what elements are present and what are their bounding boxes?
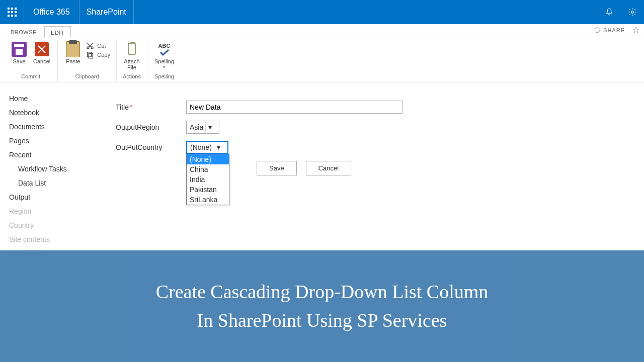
caption-line1: Create Cascading Drop-Down List Column (156, 278, 489, 306)
attach-label: Attach File (124, 58, 139, 70)
nav-item[interactable]: Home (9, 92, 97, 106)
country-selected: (None) (190, 143, 212, 151)
nav-item[interactable]: Output (9, 190, 97, 204)
notifications-icon[interactable] (598, 0, 621, 24)
svg-rect-1 (11, 8, 13, 10)
save-button[interactable]: Save (8, 40, 30, 65)
spelling-abc: ABC (158, 43, 171, 49)
dropdown-option[interactable]: India (187, 174, 229, 185)
attach-icon (124, 41, 140, 57)
tab-edit[interactable]: EDIT (44, 26, 71, 38)
nav-item[interactable]: Notebook (9, 106, 97, 120)
caption-line2: In SharePoint Using SP Services (197, 306, 447, 335)
caption-overlay: Create Cascading Drop-Down List Column I… (0, 250, 644, 362)
dropdown-option[interactable]: Pakistan (187, 185, 229, 195)
nav-item[interactable]: Workflow Tasks (9, 162, 97, 176)
ribbon: Save Cancel Commit Paste Cut (0, 38, 644, 82)
svg-rect-7 (11, 15, 13, 17)
sync-button[interactable]: SHARE (594, 27, 625, 34)
country-dropdown[interactable]: (None)ChinaIndiaPakistanSriLanka (186, 154, 229, 205)
country-label: OutPutCountry (116, 143, 186, 151)
cancel-icon (35, 42, 49, 56)
region-select[interactable]: Asia ▾ (186, 121, 219, 134)
chevron-down-icon: ▾ (205, 122, 214, 132)
nav-item[interactable]: Recent (9, 148, 97, 162)
paste-icon (66, 41, 80, 57)
ribbon-tabs: BROWSE EDIT SHARE (0, 24, 644, 38)
chevron-down-icon: ▾ (214, 142, 223, 152)
svg-rect-0 (8, 8, 10, 10)
attach-file-button[interactable]: Attach File (121, 40, 143, 71)
form-save-button[interactable]: Save (257, 161, 297, 175)
title-input[interactable] (186, 101, 403, 114)
nav-item[interactable]: Site contents (9, 232, 97, 246)
svg-rect-13 (89, 53, 93, 58)
paste-label: Paste (66, 58, 80, 64)
follow-star-icon[interactable] (632, 26, 640, 34)
brand-app[interactable]: SharePoint (79, 0, 134, 24)
form-cancel-button[interactable]: Cancel (306, 161, 351, 175)
group-commit-label: Commit (21, 73, 40, 80)
svg-rect-2 (15, 8, 17, 10)
spelling-button[interactable]: ABC Spelling ▾ (151, 40, 177, 70)
spelling-caret: ▾ (163, 64, 166, 69)
group-spelling-label: Spelling (154, 73, 174, 80)
nav-item[interactable]: Region (9, 204, 97, 218)
app-launcher-icon[interactable] (0, 0, 24, 24)
share-label: SHARE (603, 27, 625, 33)
group-actions-label: Actions (123, 73, 141, 80)
save-label: Save (13, 58, 25, 64)
svg-rect-14 (128, 43, 135, 54)
region-selected: Asia (190, 123, 203, 131)
svg-rect-12 (88, 52, 92, 57)
cancel-label: Cancel (33, 58, 50, 64)
country-select[interactable]: (None) ▾ (186, 141, 228, 154)
title-label: Title* (116, 103, 186, 111)
svg-rect-6 (8, 15, 10, 17)
cut-label: Cut (97, 43, 106, 49)
group-clipboard-label: Clipboard (75, 73, 99, 80)
svg-rect-5 (15, 11, 17, 13)
title-label-text: Title (116, 103, 129, 111)
svg-rect-3 (8, 11, 10, 13)
cut-icon (86, 42, 95, 50)
nav-item[interactable]: Country (9, 218, 97, 232)
svg-point-9 (631, 11, 634, 14)
cut-button[interactable]: Cut (84, 41, 112, 50)
nav-item[interactable]: Data List (9, 176, 97, 190)
svg-rect-8 (15, 15, 17, 17)
svg-rect-4 (11, 11, 13, 13)
tab-browse[interactable]: BROWSE (4, 26, 43, 38)
cancel-button[interactable]: Cancel (30, 40, 53, 65)
copy-label: Copy (97, 52, 110, 58)
copy-button[interactable]: Copy (84, 50, 112, 59)
spelling-label: Spelling (154, 58, 174, 64)
spelling-icon: ABC (156, 41, 173, 57)
nav-item[interactable]: Documents (9, 120, 97, 134)
dropdown-option[interactable]: SriLanka (187, 195, 229, 205)
settings-icon[interactable] (621, 0, 644, 24)
paste-button[interactable]: Paste (62, 40, 84, 65)
region-label: OutputRegion (116, 123, 186, 131)
copy-icon (86, 51, 95, 59)
save-icon (12, 42, 27, 57)
dropdown-option[interactable]: China (187, 164, 229, 174)
nav-item[interactable]: Pages (9, 134, 97, 148)
brand-office365[interactable]: Office 365 (24, 0, 79, 24)
suite-bar: Office 365 SharePoint (0, 0, 644, 24)
dropdown-option[interactable]: (None) (187, 154, 229, 164)
